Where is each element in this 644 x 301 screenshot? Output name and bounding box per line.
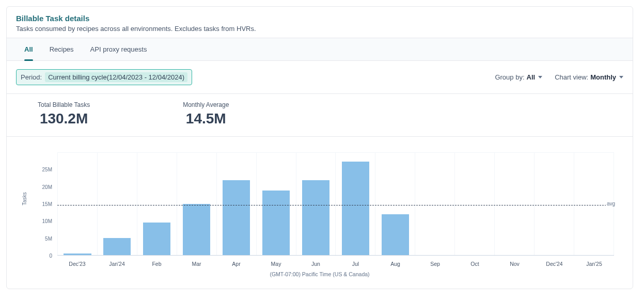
bar-slot [296,152,336,256]
period-label: Period: [21,73,42,81]
bar-slot [97,152,137,256]
stat-total-value: 130.2M [38,110,90,127]
bar-slot [137,152,177,256]
x-axis-labels: Dec'23Jan'24FebMarAprMayJunJulAugSepOctN… [57,261,614,267]
controls-bar: Period: Current billing cycle(12/04/2023… [7,61,633,94]
bar[interactable] [302,180,329,255]
period-value: Current billing cycle(12/04/2023 - 12/04… [45,72,187,82]
chevron-down-icon [538,76,542,78]
bar[interactable] [342,162,369,256]
timezone-note: (GMT-07:00) Pacific Time (US & Canada) [16,271,623,284]
x-tick-label: Mar [177,261,216,267]
right-controls: Group by: All Chart view: Monthly [495,73,623,81]
bar-slot [375,152,415,256]
x-tick-label: Nov [495,261,535,267]
x-tick-label: Oct [455,261,495,267]
stat-average-label: Monthly Average [183,101,229,108]
stat-total: Total Billable Tasks 130.2M [38,101,90,127]
x-tick-label: Dec'24 [535,261,574,267]
group-by-label: Group by: [495,73,524,81]
group-by-value: All [527,73,536,81]
bars-container [57,152,614,256]
bar-slot [216,152,256,256]
tab-all[interactable]: All [16,38,41,60]
x-tick-label: Aug [375,261,415,267]
bar[interactable] [103,238,131,255]
stats-row: Total Billable Tasks 130.2M Monthly Aver… [7,94,633,137]
x-tick-label: Jan'25 [574,261,614,267]
chart: Tasks 05M10M15M20M25M avg Dec'23Jan'24Fe… [7,137,633,289]
period-selector[interactable]: Period: Current billing cycle(12/04/2023… [16,69,192,85]
bar[interactable] [382,214,409,255]
average-tag: avg [606,201,616,207]
bar[interactable] [223,180,250,255]
y-tick-label: 20M [42,184,52,189]
y-axis-title: Tasks [22,192,27,205]
x-tick-label: Feb [137,261,177,267]
bar-slot [454,152,494,256]
plot-area: avg [57,152,614,256]
bar[interactable] [262,191,290,255]
group-by-dropdown[interactable]: Group by: All [495,73,542,81]
tab-api-proxy-requests[interactable]: API proxy requests [82,38,155,60]
x-tick-label: Sep [415,261,455,267]
y-tick-label: 25M [42,167,52,172]
x-tick-label: Apr [216,261,256,267]
bar[interactable] [143,223,170,255]
card-title: Billable Task details [16,14,623,23]
y-axis: 05M10M15M20M25M [40,152,55,256]
y-tick-label: 0 [49,253,52,259]
bar-slot [256,152,296,256]
bar-slot [415,152,454,256]
bar-slot [177,152,216,256]
tab-recipes[interactable]: Recipes [41,38,82,60]
x-tick-label: May [256,261,296,267]
y-tick-label: 10M [42,218,52,224]
bar-slot [335,152,375,256]
bar-slot [534,152,574,256]
x-tick-label: Jun [296,261,336,267]
average-line: avg [57,205,614,205]
bar-slot [57,152,97,256]
x-tick-label: Jul [336,261,375,267]
chevron-down-icon [619,76,623,78]
stat-average: Monthly Average 14.5M [183,101,229,127]
card-header: Billable Task details Tasks consumed by … [7,7,633,38]
chart-view-label: Chart view: [555,73,588,81]
y-tick-label: 5M [45,235,52,241]
x-tick-label: Jan'24 [97,261,137,267]
x-axis-baseline [57,255,614,256]
billable-task-card: Billable Task details Tasks consumed by … [6,6,633,289]
stat-total-label: Total Billable Tasks [38,101,90,108]
y-tick-label: 15M [42,201,52,207]
x-tick-label: Dec'23 [57,261,97,267]
tabs: All Recipes API proxy requests [7,38,633,61]
chart-view-value: Monthly [590,73,616,81]
chart-view-dropdown[interactable]: Chart view: Monthly [555,73,623,81]
bar[interactable] [183,204,210,255]
card-subtitle: Tasks consumed by recipes across all env… [16,25,623,33]
stat-average-value: 14.5M [183,110,229,127]
bar-slot [494,152,534,256]
